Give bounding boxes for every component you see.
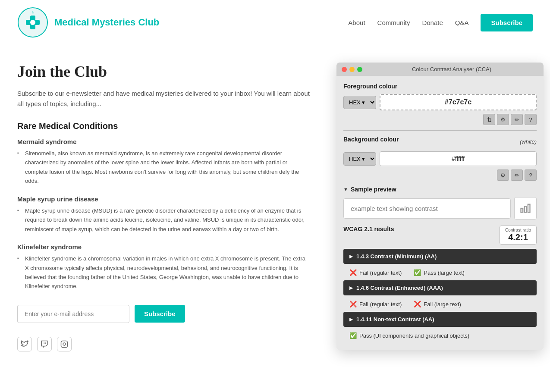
bg-value-input[interactable] bbox=[380, 151, 537, 166]
wcag-result-text-0-1: Pass (large text) bbox=[424, 270, 465, 276]
condition-desc-1: Maple syrup urine disease (MSUD) is a ra… bbox=[17, 206, 311, 234]
sample-preview-area: example text showing contrast bbox=[343, 197, 537, 220]
fg-value-input[interactable] bbox=[380, 94, 537, 110]
wcag-result-text-1-1: Fail (large text) bbox=[424, 301, 461, 307]
page-title: Join the Club bbox=[17, 63, 311, 81]
condition-title-2: Klinefelter syndrome bbox=[17, 243, 311, 251]
contrast-ratio-box: Contrast ratio 4.2:1 bbox=[500, 226, 537, 245]
condition-title-0: Mermaid syndrome bbox=[17, 138, 311, 145]
chart-icon bbox=[519, 202, 531, 214]
condition-desc-0: Sirenomelia, also known as mermaid syndr… bbox=[17, 149, 311, 186]
email-row: Subscribe bbox=[17, 305, 311, 323]
social-icons bbox=[17, 337, 311, 351]
pass-icon-0-1: ✅ bbox=[414, 269, 421, 276]
cca-titlebar: Colour Contrast Analyser (CCA) bbox=[336, 63, 544, 76]
svg-text:⚕: ⚕ bbox=[32, 10, 34, 15]
bg-label: Background colour bbox=[343, 136, 399, 143]
wcag-result-row-1: ❌ Fail (regular text) ❌ Fail (large text… bbox=[343, 297, 537, 312]
wcag-item-label-2: 1.4.11 Non-text Contrast (AA) bbox=[356, 316, 434, 323]
preview-triangle-icon: ▼ bbox=[343, 187, 348, 192]
main-nav: About Community Donate Q&A Subscribe bbox=[348, 14, 533, 31]
instagram-icon[interactable] bbox=[57, 337, 72, 351]
section-title: Rare Medical Conditions bbox=[17, 121, 311, 131]
wcag-item-1446[interactable]: ▶ 1.4.6 Contrast (Enhanced) (AAA) bbox=[343, 280, 537, 295]
nav-about[interactable]: About bbox=[348, 19, 365, 26]
wcag-result-text-1-0: Fail (regular text) bbox=[359, 301, 402, 307]
svg-point-3 bbox=[30, 20, 35, 25]
svg-rect-5 bbox=[61, 341, 68, 347]
bg-format-select[interactable]: HEX ▾ bbox=[343, 152, 376, 166]
bg-adjust-icon[interactable]: ⚙ bbox=[497, 169, 509, 181]
wcag-item-label-1: 1.4.6 Contrast (Enhanced) (AAA) bbox=[356, 285, 443, 291]
fail-icon-0-0: ❌ bbox=[349, 269, 357, 276]
wcag-play-icon-2: ▶ bbox=[349, 317, 353, 322]
wcag-result-2-0: ✅ Pass (UI components and graphical obje… bbox=[349, 332, 469, 339]
condition-mermaid: Mermaid syndrome Sirenomelia, also known… bbox=[17, 138, 311, 186]
wcag-item-1443[interactable]: ▶ 1.4.3 Contrast (Minimum) (AA) bbox=[343, 249, 537, 264]
wcag-item-14411[interactable]: ▶ 1.4.11 Non-text Contrast (AA) bbox=[343, 312, 537, 327]
sample-preview-header[interactable]: ▼ Sample preview bbox=[343, 186, 537, 193]
bg-tool-icons: ⚙ ✏ ? bbox=[343, 169, 537, 181]
condition-klinefelter: Klinefelter syndrome Klinefelter syndrom… bbox=[17, 243, 311, 291]
twitch-icon[interactable] bbox=[37, 337, 52, 351]
main-content: Join the Club Subscribe to our e-newslet… bbox=[0, 45, 550, 369]
wcag-result-row-0: ❌ Fail (regular text) ✅ Pass (large text… bbox=[343, 266, 537, 280]
fg-tool-icons: ⇅ ⚙ ✏ ? bbox=[343, 114, 537, 125]
nav-community[interactable]: Community bbox=[377, 19, 410, 26]
header-subscribe-button[interactable]: Subscribe bbox=[481, 14, 533, 31]
bg-header-row: Background colour (white) bbox=[343, 136, 537, 147]
contrast-ratio-value: 4.2:1 bbox=[505, 232, 531, 242]
bg-help-icon[interactable]: ? bbox=[525, 169, 537, 181]
fg-row: HEX ▾ bbox=[343, 94, 537, 110]
fail-icon-1-0: ❌ bbox=[349, 301, 357, 307]
fg-adjust-icon[interactable]: ⚙ bbox=[497, 114, 509, 125]
window-close-button[interactable] bbox=[342, 67, 347, 72]
window-minimize-button[interactable] bbox=[349, 67, 355, 72]
svg-rect-9 bbox=[528, 204, 530, 213]
condition-desc-2: Klinefelter syndrome is a chromosomal va… bbox=[17, 254, 311, 291]
divider bbox=[343, 130, 537, 131]
wcag-play-icon-0: ▶ bbox=[349, 254, 353, 259]
wcag-result-row-2: ✅ Pass (UI components and graphical obje… bbox=[343, 329, 537, 343]
bg-white-label: (white) bbox=[520, 138, 537, 145]
wcag-result-1-1: ❌ Fail (large text) bbox=[414, 301, 461, 307]
sample-text: example text showing contrast bbox=[351, 205, 438, 212]
fail-icon-1-1: ❌ bbox=[414, 301, 421, 307]
fg-help-icon[interactable]: ? bbox=[525, 114, 537, 125]
logo-icon: ⚕ bbox=[17, 7, 48, 38]
pass-icon-2-0: ✅ bbox=[349, 332, 357, 339]
chart-icon-box[interactable] bbox=[514, 197, 537, 220]
condition-title-1: Maple syrup urine disease bbox=[17, 195, 311, 203]
wcag-label: WCAG 2.1 results bbox=[343, 226, 394, 232]
sample-text-box: example text showing contrast bbox=[343, 198, 511, 219]
fg-eyedropper-icon[interactable]: ✏ bbox=[511, 114, 523, 125]
fg-format-select[interactable]: HEX ▾ bbox=[343, 96, 376, 109]
bg-row: HEX ▾ bbox=[343, 151, 537, 166]
bg-eyedropper-icon[interactable]: ✏ bbox=[511, 169, 523, 181]
right-column: Colour Contrast Analyser (CCA) Foregroun… bbox=[336, 63, 544, 351]
fg-label: Foreground colour bbox=[343, 83, 537, 90]
wcag-result-text-2-0: Pass (UI components and graphical object… bbox=[359, 332, 469, 339]
contrast-ratio-title: Contrast ratio bbox=[505, 228, 531, 232]
cca-title: Colour Contrast Analyser (CCA) bbox=[365, 66, 538, 72]
email-input[interactable] bbox=[17, 305, 129, 323]
sample-preview-label: Sample preview bbox=[351, 186, 396, 193]
wcag-play-icon-1: ▶ bbox=[349, 285, 353, 290]
wcag-result-0-0: ❌ Fail (regular text) bbox=[349, 269, 402, 276]
logo-area: ⚕ Medical Mysteries Club bbox=[17, 7, 159, 38]
cca-window: Colour Contrast Analyser (CCA) Foregroun… bbox=[336, 63, 544, 350]
wcag-result-text-0-0: Fail (regular text) bbox=[359, 270, 402, 276]
main-subscribe-button[interactable]: Subscribe bbox=[135, 305, 185, 323]
wcag-header-row: WCAG 2.1 results Contrast ratio 4.2:1 bbox=[343, 226, 537, 245]
twitter-icon[interactable] bbox=[17, 337, 32, 351]
site-title: Medical Mysteries Club bbox=[54, 17, 159, 28]
nav-qa[interactable]: Q&A bbox=[455, 19, 469, 26]
header: ⚕ Medical Mysteries Club About Community… bbox=[0, 0, 550, 45]
svg-rect-8 bbox=[525, 206, 527, 212]
svg-rect-7 bbox=[521, 208, 523, 212]
window-maximize-button[interactable] bbox=[357, 67, 362, 72]
fg-swap-icon[interactable]: ⇅ bbox=[483, 114, 495, 125]
page-description: Subscribe to our e-newsletter and have m… bbox=[17, 88, 311, 109]
left-column: Join the Club Subscribe to our e-newslet… bbox=[17, 63, 311, 351]
nav-donate[interactable]: Donate bbox=[422, 19, 443, 26]
